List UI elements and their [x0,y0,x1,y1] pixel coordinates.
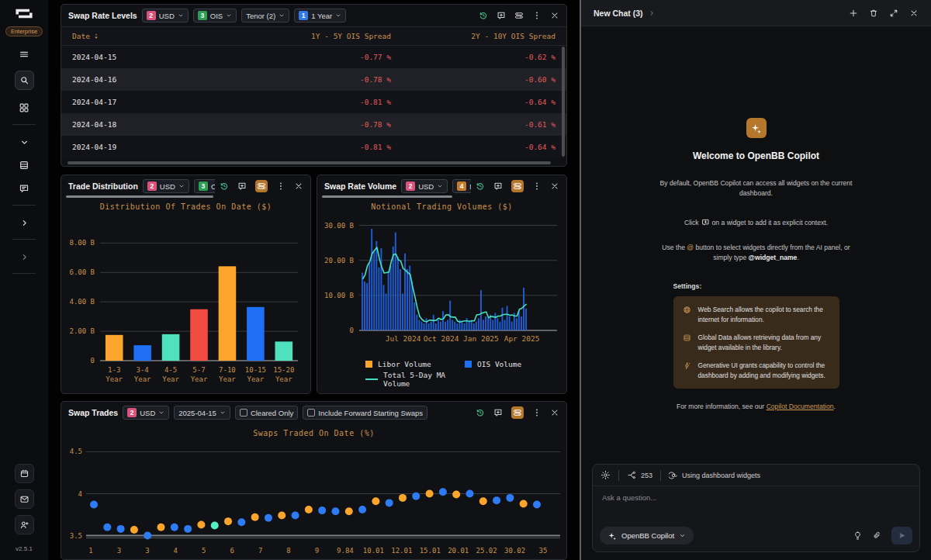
openbb-logo [13,8,35,22]
add-context-icon[interactable] [493,181,503,191]
param-dropdown-type[interactable]: 3 OIS [194,179,215,193]
more-options-icon[interactable] [532,181,542,191]
param-dropdown-type[interactable]: 3 OIS [193,9,237,22]
context-mode-label: Using dashboard widgets [682,472,760,479]
more-options-icon[interactable] [276,181,286,191]
svg-text:25.02: 25.02 [476,547,497,555]
close-panel-icon[interactable] [909,9,919,18]
checkbox-cleared-only[interactable]: Cleared Only [235,406,298,420]
param-dropdown-notional[interactable]: 4 Notional [452,179,471,193]
column-header-date[interactable]: Date [72,32,212,40]
svg-text:9.84: 9.84 [337,547,354,555]
volume-chart[interactable]: 010.00 B20.00 B30.00 BJul 2024Oct 2024Ja… [317,216,566,358]
param-dropdown-tenor[interactable]: Tenor (2) [241,9,289,22]
search-button[interactable] [15,71,34,90]
table-row[interactable]: 2024-04-19 -0.81 % -0.64 % [61,136,566,158]
attach-file-icon[interactable] [872,531,882,541]
question-input[interactable]: Ask a question... [593,486,919,527]
refresh-icon[interactable] [476,408,485,417]
model-selector[interactable]: OpenBB Copilot [600,527,694,544]
checkbox-forward-starting[interactable]: Include Forward Starting Swaps [303,406,427,420]
refresh-icon[interactable] [479,11,488,20]
svg-text:5-7Year: 5-7Year [191,366,208,383]
mention-widgets-button[interactable]: Using dashboard widgets [669,471,760,480]
close-widget-icon[interactable] [550,11,559,20]
chevron-right-secondary-icon[interactable] [19,252,29,262]
calendar-button[interactable] [15,464,34,483]
add-context-icon[interactable] [237,181,247,191]
view-toggle-icon[interactable] [514,11,524,20]
chevron-right-icon[interactable] [648,9,656,17]
param-count-badge: 1 [299,11,308,20]
svg-text:12.01: 12.01 [391,547,412,555]
add-context-icon[interactable] [497,11,506,20]
chart-title: Notional Trading Volumes ($) [317,197,566,216]
svg-text:10.00 B: 10.00 B [324,292,354,299]
svg-text:5: 5 [202,547,206,555]
column-header-1y5y[interactable]: 1Y - 5Y OIS Spread [212,32,391,40]
vertical-scrollbar[interactable] [562,47,565,157]
sort-icon [93,33,99,40]
expand-panel-icon[interactable] [889,9,898,18]
more-options-icon[interactable] [532,11,542,20]
more-options-icon[interactable] [532,408,542,417]
refresh-icon[interactable] [476,181,485,191]
param-dropdown-currency[interactable]: 2 USD [143,179,189,193]
param-dropdown-date[interactable]: 2025-04-15 [174,406,230,420]
legend-item-ois[interactable]: OIS Volume [465,360,566,368]
param-dropdown-currency[interactable]: 2 USD [401,179,448,193]
apps-grid-icon[interactable] [19,102,29,113]
table-row[interactable]: 2024-04-18 -0.78 % -0.61 % [61,113,566,136]
copilot-documentation-link[interactable]: Copilot Documentation [767,403,834,410]
svg-text:8: 8 [286,547,290,555]
menu-icon[interactable] [19,49,29,60]
chevron-right-icon[interactable] [19,218,29,228]
copilot-settings-icon[interactable] [600,470,611,480]
param-count-badge: 2 [127,408,137,417]
widgets-library-icon[interactable] [19,160,29,171]
widget-header: Swap Rate Levels 2 USD 3 OIS Tenor (2) 1 [61,5,566,26]
refresh-icon[interactable] [220,181,229,191]
setting-generative-ui: Generative UI grants capability to contr… [683,361,830,380]
close-widget-icon[interactable] [294,181,303,191]
params-scrollbar[interactable] [66,195,213,198]
svg-text:2.00 B: 2.00 B [69,327,95,335]
new-chat-icon[interactable] [849,9,858,18]
bar-chart[interactable]: 02.00 B4.00 B6.00 B8.00 B1-3Year3-4Year4… [61,216,310,393]
context-tokens-indicator[interactable]: 253 [627,470,652,480]
column-header-2y10y[interactable]: 2Y - 10Y OIS Spread [391,32,555,40]
table-row[interactable]: 2024-04-15 -0.77 % -0.62 % [61,46,566,68]
view-toggle-icon[interactable] [511,180,524,192]
params-scrollbar[interactable] [322,195,452,198]
send-button[interactable] [891,527,912,544]
close-widget-icon[interactable] [550,408,559,417]
chevron-down-icon [226,12,232,19]
view-toggle-icon[interactable] [255,180,268,192]
invite-user-button[interactable] [15,515,34,534]
param-dropdown-term[interactable]: 1 1 Year [294,9,346,22]
chat-icon[interactable] [19,183,29,194]
param-count-badge: 2 [147,11,156,20]
close-widget-icon[interactable] [550,181,559,191]
chat-title[interactable]: New Chat (3) [594,9,643,18]
param-dropdown-currency[interactable]: 2 USD [142,9,189,22]
table-row[interactable]: 2024-04-17 -0.81 % -0.64 % [61,91,566,113]
enterprise-badge: Enterprise [5,26,43,36]
delete-chat-icon[interactable] [869,9,878,18]
scatter-chart[interactable]: 4.543.51334567899.8410.0112.0115.0120.01… [61,442,566,560]
chevron-down-icon [158,410,164,416]
param-dropdown-currency[interactable]: 2 USD [123,406,169,420]
legend-item-ma[interactable]: Total 5-Day MA Volume [365,371,465,388]
sidebar-divider [12,273,36,274]
mail-button[interactable] [15,489,34,509]
chevron-down-icon[interactable] [19,137,29,147]
view-toggle-icon[interactable] [511,406,524,419]
table-row[interactable]: 2024-04-16 -0.78 % -0.60 % [61,68,566,91]
horizontal-scrollbar[interactable] [67,161,551,164]
swap-rate-table: Date 1Y - 5Y OIS Spread 2Y - 10Y OIS Spr… [61,26,566,158]
widget-header: Swap Rate Volume 2 USD 4 Notional Te [317,175,566,197]
add-context-icon[interactable] [493,408,503,417]
legend-item-libor[interactable]: Libor Volume [365,360,465,368]
param-label: Tenor (2) [246,12,275,20]
reasoning-icon[interactable] [853,531,863,541]
